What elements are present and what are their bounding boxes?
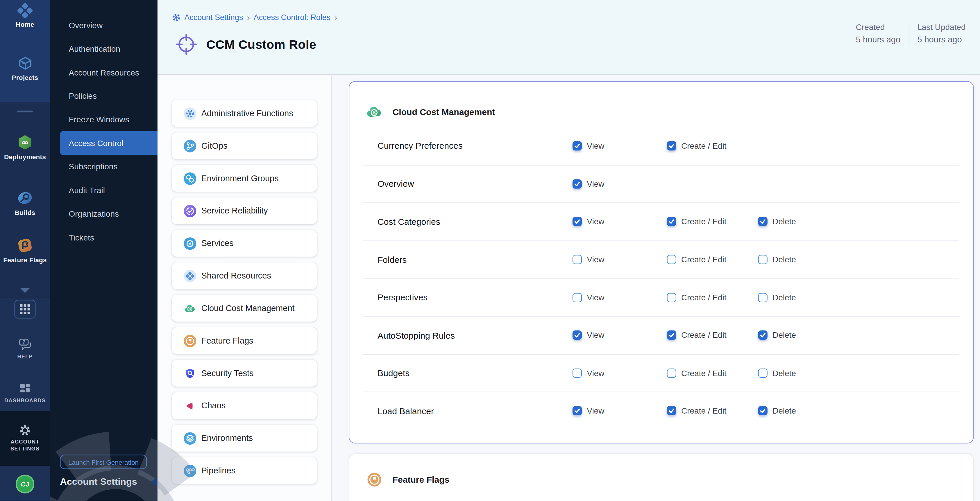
sidebar-item-deployments[interactable]: ∞ Deployments: [0, 133, 50, 160]
gear-icon: [0, 424, 50, 436]
gear-breadcrumb-icon: [172, 13, 180, 22]
create-checkbox[interactable]: [667, 141, 676, 151]
create-checkbox[interactable]: [667, 368, 676, 377]
resource-group-label: Cloud Cost Management: [201, 303, 294, 313]
help-chat-icon: ?: [0, 337, 50, 352]
view-checkbox[interactable]: [573, 179, 582, 189]
permission-row: PerspectivesViewCreate / EditDelete: [363, 278, 959, 316]
resource-group-label: Environments: [201, 433, 253, 442]
resource-group-column: Administrative Functions GitOps Environm…: [158, 76, 332, 501]
module-selector-button[interactable]: [14, 300, 35, 319]
resource-group-label: Chaos: [201, 401, 226, 411]
sidebar-item-access-control[interactable]: Access Control: [60, 132, 157, 155]
sidebar-item-overview[interactable]: Overview: [50, 14, 158, 37]
sidebar-item-organizations[interactable]: Organizations: [50, 202, 158, 226]
checkbox-label: Create / Edit: [681, 293, 726, 302]
sidebar-item-policies[interactable]: Policies: [50, 84, 158, 108]
sidebar-item-account-settings[interactable]: ACCOUNT SETTINGS: [0, 424, 50, 452]
deployments-cd-icon: ∞: [0, 133, 50, 151]
resource-group-shared-resources[interactable]: Shared Resources: [172, 262, 317, 289]
role-meta: Created 5 hours ago Last Updated 5 hours…: [848, 22, 974, 44]
checkbox-label: Create / Edit: [681, 217, 726, 226]
checkbox-label: View: [587, 217, 604, 226]
breadcrumb-link-access-control-roles[interactable]: Access Control: Roles: [254, 13, 331, 22]
resource-group-label: Feature Flags: [201, 336, 253, 345]
resource-group-environment-groups[interactable]: Environment Groups: [172, 165, 317, 192]
hexagon-icon: [184, 237, 196, 249]
permission-cell-create: Create / Edit: [667, 406, 758, 415]
resource-group-pipelines[interactable]: Pipelines: [172, 457, 317, 484]
chevron-down-icon[interactable]: [20, 288, 30, 293]
resource-group-administrative-functions[interactable]: Administrative Functions: [172, 100, 317, 127]
sidebar-item-home[interactable]: Home: [0, 3, 50, 28]
sidebar-item-subscriptions[interactable]: Subscriptions: [50, 155, 158, 179]
last-updated-value: 5 hours ago: [917, 35, 966, 44]
delete-checkbox[interactable]: [758, 368, 768, 377]
delete-checkbox[interactable]: [758, 217, 768, 226]
view-checkbox[interactable]: [573, 330, 582, 340]
sidebar-item-dashboards[interactable]: DASHBOARDS: [0, 382, 50, 404]
create-checkbox[interactable]: [667, 293, 676, 302]
resource-group-gitops[interactable]: GitOps: [172, 132, 317, 159]
resource-group-service-reliability[interactable]: Service Reliability: [172, 198, 317, 224]
permission-cell-view: View: [573, 141, 667, 151]
sidebar-item-authentication[interactable]: Authentication: [50, 37, 158, 61]
grid-icon: [20, 304, 30, 314]
permission-cell-view: View: [573, 217, 667, 226]
checkbox-label: Delete: [773, 406, 796, 415]
role-crosshair-icon: [174, 33, 198, 56]
sidebar-divider-dash: [17, 111, 33, 113]
permission-name: Load Balancer: [377, 406, 573, 416]
layers-icon: [184, 432, 196, 444]
sidebar-item-help[interactable]: ? HELP: [0, 337, 50, 360]
user-avatar[interactable]: CJ: [16, 474, 35, 493]
delete-checkbox[interactable]: [758, 293, 768, 302]
checkbox-label: View: [587, 255, 604, 264]
create-checkbox[interactable]: [667, 255, 676, 264]
resource-group-feature-flags[interactable]: Feature Flags: [172, 327, 317, 354]
view-checkbox[interactable]: [573, 255, 582, 264]
resource-group-environments[interactable]: Environments: [172, 425, 317, 451]
delete-checkbox[interactable]: [758, 406, 768, 415]
delete-checkbox[interactable]: [758, 330, 768, 340]
create-checkbox[interactable]: [667, 217, 676, 226]
sidebar-item-account-resources[interactable]: Account Resources: [50, 61, 158, 84]
panel-title: Cloud Cost Management: [393, 107, 495, 117]
sidebar-item-tickets[interactable]: Tickets: [50, 226, 158, 249]
checkbox-label: View: [587, 330, 604, 340]
resource-group-security-tests[interactable]: Security Tests: [172, 360, 317, 387]
sidebar-item-builds[interactable]: Builds: [0, 189, 50, 216]
view-checkbox[interactable]: [573, 293, 582, 302]
permission-cell-delete: Delete: [758, 217, 959, 226]
cloud-dollar-icon: $: [366, 103, 383, 120]
pipeline-nodes-icon: [184, 465, 196, 477]
resource-group-services[interactable]: Services: [172, 230, 317, 257]
launch-first-generation-button[interactable]: Launch First Generation: [60, 455, 147, 469]
view-checkbox[interactable]: [573, 217, 582, 226]
sidebar-item-feature-flags[interactable]: Feature Flags: [0, 237, 50, 263]
view-checkbox[interactable]: [573, 141, 582, 151]
checkbox-label: Delete: [773, 293, 796, 302]
primary-sidebar: Home Projects ∞ Deployments: [0, 0, 50, 501]
sidebar-item-projects[interactable]: Projects: [0, 55, 50, 81]
sidebar-item-label: Projects: [0, 74, 50, 81]
resource-group-chaos[interactable]: Chaos: [172, 392, 317, 419]
sidebar-item-freeze-windows[interactable]: Freeze Windows: [50, 108, 158, 132]
sidebar-item-label: HELP: [3, 354, 48, 360]
harness-logo-icon: [0, 3, 50, 19]
view-checkbox[interactable]: [573, 368, 582, 377]
checkbox-label: View: [587, 141, 604, 151]
view-checkbox[interactable]: [573, 406, 582, 415]
secondary-sidebar: OverviewAuthenticationAccount ResourcesP…: [50, 0, 158, 501]
collapse-sidebar-icon[interactable]: [150, 478, 157, 487]
checkbox-label: Create / Edit: [681, 141, 726, 151]
permission-row: OverviewView: [363, 165, 959, 203]
delete-checkbox[interactable]: [758, 255, 768, 264]
feature-flags-module-icon: [0, 237, 50, 254]
sidebar-item-audit-trail[interactable]: Audit Trail: [50, 179, 158, 202]
resource-group-label: Service Reliability: [201, 206, 268, 216]
breadcrumb-link-account-settings[interactable]: Account Settings: [184, 13, 243, 22]
create-checkbox[interactable]: [667, 406, 676, 415]
create-checkbox[interactable]: [667, 330, 676, 340]
resource-group-cloud-cost-management[interactable]: $ Cloud Cost Management: [172, 295, 317, 322]
